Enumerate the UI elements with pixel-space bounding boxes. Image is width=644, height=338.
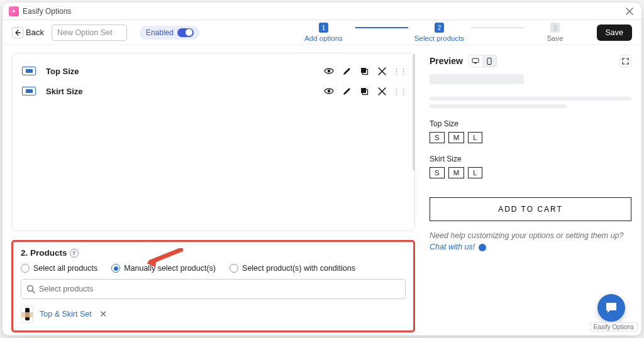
duplicate-icon[interactable] [359,86,369,96]
body: Top Size ⋮⋮ Skirt Size [3,45,641,335]
save-button[interactable]: Save [597,25,633,41]
step-number: 1 [319,23,329,33]
preview-column: Preview Top Size S M L [415,45,641,335]
preview-option: Top Size S M L [430,119,631,143]
step-number: 2 [435,23,445,33]
close-icon[interactable] [624,6,635,17]
desktop-icon[interactable] [469,55,482,67]
enabled-toggle[interactable]: Enabled [140,26,199,40]
radio-label: Select product(s) with conditions [242,264,355,273]
option-row: Top Size ⋮⋮ [22,61,404,81]
product-link[interactable]: Top & Skirt Set [40,310,92,319]
remove-product-icon[interactable]: ✕ [99,308,108,320]
step-save[interactable]: 3 Save [524,23,587,42]
mobile-icon[interactable] [482,55,496,67]
step-label: Save [547,35,563,42]
product-search-input[interactable]: Select products [21,279,406,299]
size-swatch[interactable]: S [430,132,445,143]
left-column: Top Size ⋮⋮ Skirt Size [3,45,415,335]
option-set-name-input[interactable] [52,25,127,41]
radio-all-products[interactable]: Select all products [21,264,97,273]
product-thumb [21,305,33,323]
add-to-cart-button[interactable]: ADD TO CART [430,197,631,221]
annotation-arrow-icon [145,248,183,267]
progress-stepper: 1 Add options 2 Select products 3 Save [292,23,587,42]
preview-header: Preview [430,54,631,68]
size-swatch[interactable]: S [430,167,445,178]
svg-rect-2 [361,68,366,73]
expand-preview-icon[interactable] [619,55,631,67]
size-swatch[interactable]: L [468,132,482,143]
svg-rect-8 [487,58,491,64]
chat-bubble-icon [479,244,486,251]
step-label: Select products [414,35,464,42]
svg-rect-7 [472,58,479,63]
step-connector [471,27,524,28]
delete-icon[interactable] [377,86,387,96]
toggle-icon [177,28,194,37]
help-icon[interactable]: ? [70,249,79,258]
edit-icon[interactable] [341,66,352,76]
eye-icon[interactable] [324,66,334,76]
device-toggle[interactable] [468,55,497,67]
search-icon [26,285,35,293]
preview-title: Preview [430,56,463,66]
step-add-options[interactable]: 1 Add options [292,23,355,42]
option-actions: ⋮⋮ [324,86,404,96]
enabled-label: Enabled [146,28,174,37]
svg-rect-5 [361,88,366,93]
chat-label: Easify Options [590,322,638,332]
help-text-pre: Need help customizing your options or se… [430,231,624,240]
edit-icon[interactable] [341,86,352,96]
size-swatch[interactable]: L [468,167,482,178]
product-mode-radios: Select all products Manually select prod… [21,264,406,273]
drag-handle-icon[interactable]: ⋮⋮ [394,66,404,76]
products-section: 2. Products ? Select all products Manual… [11,240,415,332]
step-select-products[interactable]: 2 Select products [408,23,471,42]
preview-option-label: Top Size [430,119,631,128]
help-text: Need help customizing your options or se… [430,230,631,253]
search-placeholder: Select products [39,285,93,293]
modal: ✦ Easify Options Back Enabled 1 Add opti… [3,3,641,335]
option-name: Skirt Size [46,87,324,96]
chat-fab[interactable] [597,294,625,322]
option-type-icon [22,87,36,95]
option-name: Top Size [46,67,324,76]
options-card: Top Size ⋮⋮ Skirt Size [11,53,415,231]
radio-label: Select all products [33,264,97,273]
scrollbar[interactable] [413,54,415,171]
chat-link[interactable]: Chat with us! [430,243,475,251]
step-connector [355,27,408,28]
back-label: Back [26,28,44,37]
preview-option: Skirt Size S M L [430,155,631,178]
delete-icon[interactable] [377,66,387,76]
option-type-icon [22,67,36,75]
titlebar: ✦ Easify Options [3,3,641,20]
skeleton [430,74,631,108]
duplicate-icon[interactable] [359,66,369,76]
svg-point-3 [328,90,331,93]
section-title: 2. Products ? [21,248,406,258]
eye-icon[interactable] [324,86,334,96]
radio-conditional-products[interactable]: Select product(s) with conditions [230,264,355,273]
preview-option-label: Skirt Size [430,155,631,163]
option-row: Skirt Size ⋮⋮ [22,81,404,101]
drag-handle-icon[interactable]: ⋮⋮ [394,86,404,96]
step-number: 3 [550,23,560,33]
svg-point-0 [328,70,331,73]
back-icon [12,27,23,38]
back-button[interactable]: Back [12,27,44,38]
app-logo-icon: ✦ [9,6,19,16]
app-title: Easify Options [23,7,71,16]
step-label: Add options [304,35,343,42]
section-title-text: 2. Products [21,248,67,258]
size-swatch[interactable]: M [448,132,465,143]
selected-product: Top & Skirt Set ✕ [21,305,406,323]
headerbar: Back Enabled 1 Add options 2 Select prod… [3,20,641,45]
option-actions: ⋮⋮ [324,66,404,76]
size-swatch[interactable]: M [448,167,465,178]
